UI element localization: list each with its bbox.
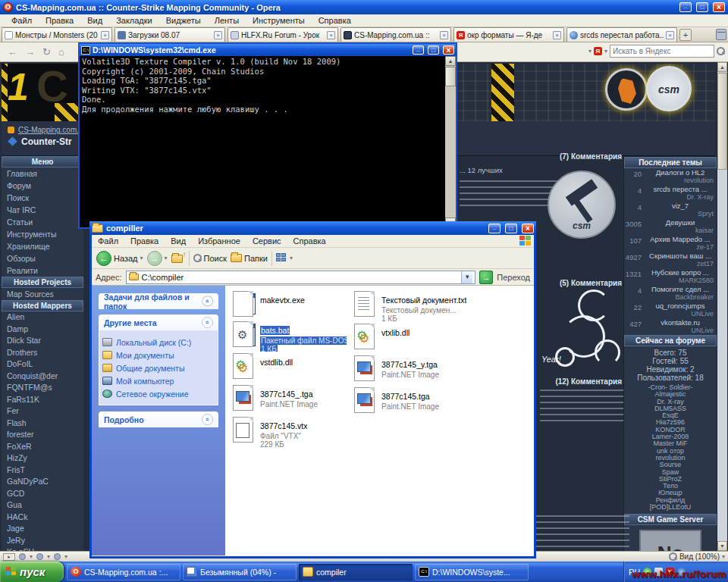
cmd-maximize-button[interactable]	[428, 45, 439, 55]
hosted-mapper-link[interactable]: Drothers	[2, 347, 83, 359]
tab-close-icon[interactable]	[214, 31, 222, 39]
topic-link[interactable]: vkontakte.ru	[644, 318, 717, 327]
file-tile[interactable]: Текстовый документ.txt Текстовый докумен…	[353, 291, 468, 321]
topic-link[interactable]: Диалоги о HL2	[644, 168, 717, 177]
taskbar-task[interactable]: CS-Mapping.com.ua :...	[67, 564, 180, 580]
topic-link[interactable]: Девушки	[644, 218, 717, 227]
file-tile[interactable]: 3877c145_.tga Paint.NET Image	[231, 385, 347, 415]
go-icon[interactable]: →	[479, 271, 493, 284]
other-places-panel-header[interactable]: Другие места	[99, 314, 218, 330]
back-icon[interactable]: ←	[8, 46, 17, 58]
panels-toggle-icon[interactable]	[3, 553, 15, 561]
scroll-thumb[interactable]	[717, 73, 727, 170]
file-tile[interactable]: bats.bat Пакетный файл MS-DOS 1 КБ	[231, 321, 347, 352]
tab-close-icon[interactable]	[440, 31, 448, 39]
tab-close-icon[interactable]	[327, 31, 335, 39]
chevron-down-icon[interactable]	[202, 414, 213, 425]
menu-item[interactable]: Справка	[287, 236, 332, 246]
menu-item[interactable]: Файл	[92, 236, 124, 246]
file-tile[interactable]: vtxlib.dll	[353, 324, 468, 354]
folders-button[interactable]: Папки	[231, 254, 268, 263]
file-tile[interactable]: 3877c145.tga Paint.NET Image	[353, 387, 468, 418]
file-tile[interactable]: vstdlib.dll	[231, 353, 347, 383]
menu-item[interactable]: Инструменты	[246, 14, 312, 27]
scroll-thumb[interactable]	[445, 67, 456, 86]
hosted-mapper-link[interactable]: Gua	[2, 499, 83, 512]
closed-tabs-trash-icon[interactable]	[716, 29, 726, 40]
forward-button[interactable]: →	[147, 251, 168, 266]
zoom-level[interactable]: Вид (100%)	[679, 552, 720, 561]
hosted-mapper-link[interactable]: forester	[2, 429, 83, 441]
tab-close-icon[interactable]	[101, 31, 109, 39]
views-dropdown-icon[interactable]	[290, 255, 293, 261]
site-menu-link[interactable]: Статьи	[2, 216, 83, 228]
taskbar-task[interactable]: Безымянный (04%) -	[183, 564, 297, 580]
hosted-mapper-link[interactable]: GaNDyPaC	[2, 476, 83, 488]
site-menu-link[interactable]: Инструменты	[2, 228, 83, 240]
browser-tab[interactable]: HLFX.Ru Forum - Урок	[228, 27, 338, 42]
cmd-titlebar[interactable]: D:\WINDOWS\system32\cmd.exe	[80, 44, 456, 56]
hosted-mapper-link[interactable]: FoXeR	[2, 441, 83, 453]
console-scrollbar[interactable]: ▲ ▼	[445, 56, 456, 227]
menu-item[interactable]: Правка	[39, 14, 80, 27]
up-folder-button[interactable]	[171, 253, 185, 264]
site-menu-link[interactable]: Главная	[2, 167, 83, 180]
hosted-mapper-link[interactable]: GCD	[2, 488, 83, 500]
close-button[interactable]	[713, 2, 725, 12]
tab-close-icon[interactable]	[666, 31, 674, 39]
scroll-up-icon[interactable]: ▲	[445, 56, 456, 66]
place-link[interactable]: Локальный диск (C:)	[102, 336, 215, 349]
cmd-minimize-button[interactable]	[413, 45, 424, 55]
menu-item[interactable]: Файл	[5, 14, 39, 27]
hosted-mapper-link[interactable]: Damp	[2, 324, 83, 336]
hosted-mapper-link[interactable]: FrisT	[2, 465, 83, 477]
hosted-mapper-link[interactable]: Alien	[2, 311, 83, 324]
cmd-close-button[interactable]	[443, 45, 454, 55]
browser-tab[interactable]: srcds перестал работа...	[566, 27, 677, 42]
search-engine-dropdown-icon[interactable]	[604, 48, 607, 55]
chevron-up-icon[interactable]	[202, 296, 214, 307]
search-input[interactable]	[610, 45, 714, 58]
site-menu-link[interactable]: Форум	[2, 180, 83, 192]
topic-link[interactable]: uq_ronncjumps	[644, 302, 717, 310]
hosted-mapper-link[interactable]: Dlick Star	[2, 335, 83, 347]
file-tasks-panel-header[interactable]: Задачи для файлов и папок	[99, 293, 218, 309]
topic-link[interactable]: viz_7	[644, 202, 717, 210]
site-menu-link[interactable]: Поиск	[2, 192, 83, 204]
topic-link[interactable]: srcds переста ...	[644, 185, 717, 193]
menu-item[interactable]: Ленты	[208, 14, 246, 27]
tab-close-icon[interactable]	[553, 31, 561, 39]
scroll-up-icon[interactable]: ▲	[717, 62, 727, 72]
explorer-titlebar[interactable]: compiller	[89, 221, 536, 235]
forward-dropdown-icon[interactable]	[165, 255, 168, 261]
hosted-mapper-link[interactable]: HizZy	[2, 452, 83, 465]
status-icon[interactable]	[54, 553, 61, 560]
place-link[interactable]: Сетевое окружение	[102, 387, 215, 400]
hosted-mapper-link[interactable]: Flash	[2, 418, 83, 430]
file-tile[interactable]: 3877c145_y.tga Paint.NET Image	[353, 355, 468, 386]
browser-tab[interactable]: CS-Mapping.com.ua ::	[340, 27, 451, 42]
zoom-dropdown-icon[interactable]	[722, 553, 725, 560]
back-dropdown-icon[interactable]	[140, 255, 143, 261]
status-dropdown-icon[interactable]	[47, 553, 50, 560]
hosted-project-link[interactable]: Map Sources	[2, 288, 83, 300]
place-link[interactable]: Общие документы	[102, 361, 215, 374]
back-button[interactable]: ← Назад	[96, 251, 143, 266]
menu-item[interactable]: Виджеты	[159, 14, 208, 27]
start-button[interactable]: пуск	[0, 562, 64, 582]
hosted-mapper-link[interactable]: JeRy	[2, 535, 83, 547]
search-icon[interactable]	[717, 47, 725, 55]
address-field[interactable]: C:\compiler ▼	[126, 271, 476, 284]
browser-tab[interactable]: окр форматы — Я-де	[453, 27, 564, 42]
browser-tab[interactable]: Загрузки 08.07	[115, 27, 225, 42]
status-dropdown-icon[interactable]	[64, 553, 67, 560]
minimize-button[interactable]	[679, 2, 692, 12]
hosted-mapper-link[interactable]: Fer	[2, 405, 83, 418]
status-icon[interactable]	[36, 553, 43, 560]
browser-tab[interactable]: Монстры / Monsters (20	[2, 27, 112, 42]
chevron-up-icon[interactable]	[202, 317, 213, 328]
menu-item[interactable]: Вид	[80, 14, 109, 27]
topic-link[interactable]: Помогите сдел ...	[644, 285, 717, 293]
online-user-link[interactable]: [POD]LLEotU	[624, 504, 717, 511]
views-button[interactable]	[276, 253, 293, 263]
